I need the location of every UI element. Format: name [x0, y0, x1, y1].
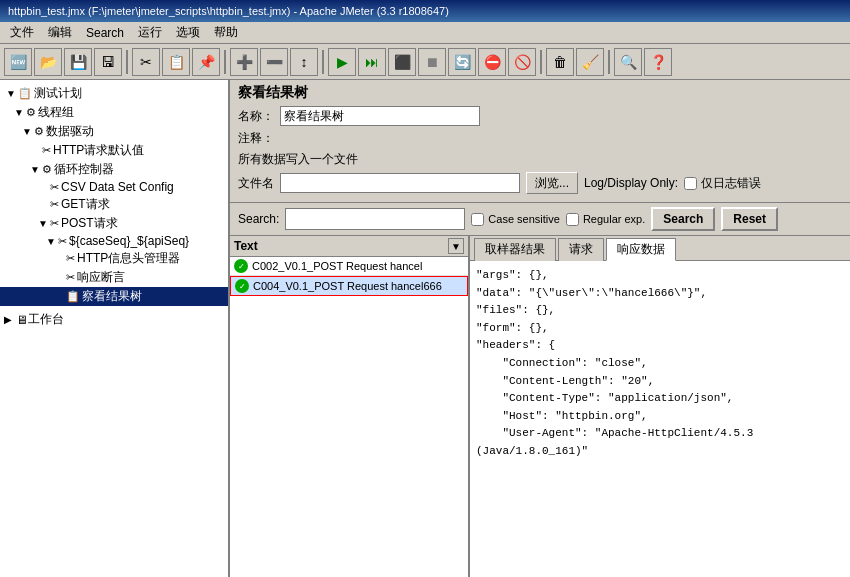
menu-help[interactable]: 帮助: [208, 22, 244, 43]
status-icon-0: ✓: [234, 259, 248, 273]
thread-group-icon: ⚙: [26, 106, 36, 119]
csv-icon: ✂: [50, 181, 59, 194]
errors-only-checkbox[interactable]: [684, 177, 697, 190]
tree-item-thread-group[interactable]: ▼ ⚙ 线程组: [0, 103, 228, 122]
regex-checkbox[interactable]: [566, 213, 579, 226]
remote-run-button[interactable]: 🔄: [448, 48, 476, 76]
workbench-label: 工作台: [28, 311, 64, 328]
tree-label-post: POST请求: [61, 215, 118, 232]
tab-response-data[interactable]: 响应数据: [606, 238, 676, 261]
paste-button[interactable]: 📌: [192, 48, 220, 76]
save-button[interactable]: 💾: [64, 48, 92, 76]
tree-label-http-default: HTTP请求默认值: [53, 142, 144, 159]
tree-item-response-assert[interactable]: ✂ 响应断言: [0, 268, 228, 287]
title-text: httpbin_test.jmx (F:\jmeter\jmeter_scrip…: [8, 5, 449, 17]
help-button[interactable]: ❓: [644, 48, 672, 76]
tree-item-post-req[interactable]: ▼ ✂ POST请求: [0, 214, 228, 233]
panel-title: 察看结果树: [238, 84, 842, 102]
tree-item-http-default[interactable]: ✂ HTTP请求默认值: [0, 141, 228, 160]
tree-item-http-header-mgr[interactable]: ✂ HTTP信息头管理器: [0, 249, 228, 268]
workbench-icon: 🖥: [16, 313, 28, 327]
list-panel: Text ▼ ✓ C002_V0.1_POST Request hancel ✓…: [230, 236, 470, 577]
clear-all-button[interactable]: 🧹: [576, 48, 604, 76]
search-row: Search: Case sensitive Regular exp. Sear…: [230, 203, 850, 236]
list-item-1[interactable]: ✓ C004_V0.1_POST Request hancel666: [230, 276, 468, 296]
content-area: Text ▼ ✓ C002_V0.1_POST Request hancel ✓…: [230, 236, 850, 577]
status-icon-1: ✓: [235, 279, 249, 293]
errors-only-label: 仅日志错误: [701, 175, 761, 192]
expand-thread-group[interactable]: ▼: [14, 107, 26, 118]
expand-case-seq[interactable]: ▼: [46, 236, 58, 247]
tab-sampler-result[interactable]: 取样器结果: [474, 238, 556, 261]
stop-now-button[interactable]: ⏹: [418, 48, 446, 76]
tree-item-loop-ctrl[interactable]: ▼ ⚙ 循环控制器: [0, 160, 228, 179]
main-layout: ▼ 📋 测试计划 ▼ ⚙ 线程组 ▼ ⚙ 数据驱动 ✂ HTTP请求默认值 ▼ …: [0, 80, 850, 577]
case-seq-icon: ✂: [58, 235, 67, 248]
tree-item-test-plan[interactable]: ▼ 📋 测试计划: [0, 84, 228, 103]
tree-item-get-req[interactable]: ✂ GET请求: [0, 195, 228, 214]
open-button[interactable]: 📂: [34, 48, 62, 76]
reset-button[interactable]: Reset: [721, 207, 778, 231]
workbench-item[interactable]: ▶ 🖥 工作台: [0, 310, 228, 329]
tree-item-case-seq[interactable]: ▼ ✂ ${caseSeq}_${apiSeq}: [0, 233, 228, 249]
search-input[interactable]: [285, 208, 465, 230]
browse-button[interactable]: 浏览...: [526, 172, 578, 194]
collapse-button[interactable]: ➖: [260, 48, 288, 76]
list-item-label-0: C002_V0.1_POST Request hancel: [252, 260, 422, 272]
name-input[interactable]: [280, 106, 480, 126]
menu-file[interactable]: 文件: [4, 22, 40, 43]
errors-checkbox-row: 仅日志错误: [684, 175, 761, 192]
expand-post[interactable]: ▼: [38, 218, 50, 229]
tree-item-data-driven[interactable]: ▼ ⚙ 数据驱动: [0, 122, 228, 141]
case-sensitive-label: Case sensitive: [488, 213, 560, 225]
expand-button[interactable]: ➕: [230, 48, 258, 76]
new-button[interactable]: 🆕: [4, 48, 32, 76]
menu-run[interactable]: 运行: [132, 22, 168, 43]
tree-item-result-tree[interactable]: 📋 察看结果树: [0, 287, 228, 306]
expand-test-plan[interactable]: ▼: [6, 88, 18, 99]
toggle-button[interactable]: ↕: [290, 48, 318, 76]
case-sensitive-checkbox[interactable]: [471, 213, 484, 226]
comment-label: 注释：: [238, 130, 274, 147]
run-all-button[interactable]: ⏭: [358, 48, 386, 76]
name-row: 名称：: [238, 106, 842, 126]
tree-label-csv: CSV Data Set Config: [61, 180, 174, 194]
expand-data-driven[interactable]: ▼: [22, 126, 34, 137]
expand-workbench[interactable]: ▶: [4, 314, 16, 325]
regex-label: Regular exp.: [583, 213, 645, 225]
tree-label-thread-group: 线程组: [38, 104, 74, 121]
run-button[interactable]: ▶: [328, 48, 356, 76]
stop-button[interactable]: ⬛: [388, 48, 416, 76]
list-dropdown-button[interactable]: ▼: [448, 238, 464, 254]
sep5: [608, 50, 610, 74]
case-sensitive-group: Case sensitive: [471, 213, 560, 226]
tree-label-get: GET请求: [61, 196, 110, 213]
menu-options[interactable]: 选项: [170, 22, 206, 43]
cut-button[interactable]: ✂: [132, 48, 160, 76]
clear-button[interactable]: 🗑: [546, 48, 574, 76]
sep4: [540, 50, 542, 74]
remote-stop-button[interactable]: ⛔: [478, 48, 506, 76]
saveas-button[interactable]: 🖫: [94, 48, 122, 76]
search-button[interactable]: Search: [651, 207, 715, 231]
get-req-icon: ✂: [50, 198, 59, 211]
list-items: ✓ C002_V0.1_POST Request hancel ✓ C004_V…: [230, 257, 468, 577]
menu-edit[interactable]: 编辑: [42, 22, 78, 43]
log-display-label: Log/Display Only:: [584, 176, 678, 190]
file-section-label: 所有数据写入一个文件: [238, 151, 358, 168]
file-row: 文件名 浏览... Log/Display Only: 仅日志错误: [238, 172, 842, 194]
file-input[interactable]: [280, 173, 520, 193]
tree-label-test-plan: 测试计划: [34, 85, 82, 102]
http-header-icon: ✂: [66, 252, 75, 265]
file-section-row: 所有数据写入一个文件: [238, 151, 842, 168]
tab-request[interactable]: 请求: [558, 238, 604, 261]
search-toolbar-button[interactable]: 🔍: [614, 48, 642, 76]
remote-stop-all-button[interactable]: 🚫: [508, 48, 536, 76]
tree-item-csv-config[interactable]: ✂ CSV Data Set Config: [0, 179, 228, 195]
expand-loop-ctrl[interactable]: ▼: [30, 164, 42, 175]
menu-bar: 文件 编辑 Search 运行 选项 帮助: [0, 22, 850, 44]
http-default-icon: ✂: [42, 144, 51, 157]
menu-search[interactable]: Search: [80, 24, 130, 42]
list-item-0[interactable]: ✓ C002_V0.1_POST Request hancel: [230, 257, 468, 276]
copy-button[interactable]: 📋: [162, 48, 190, 76]
